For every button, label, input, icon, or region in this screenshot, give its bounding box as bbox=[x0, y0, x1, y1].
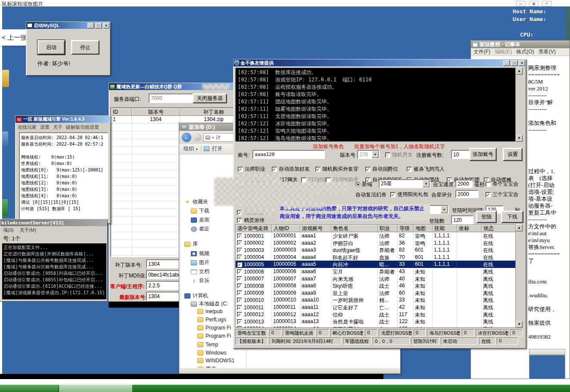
option-checkbox[interactable]: ✓随机购买外套穿 bbox=[315, 165, 358, 173]
roster-column-header[interactable]: 状态 bbox=[482, 225, 516, 232]
table-row[interactable]: ✓100001210000012aaaa12信仰战士117未知离线 bbox=[236, 311, 515, 318]
taskbar-button[interactable] bbox=[0, 385, 58, 392]
table-row[interactable]: ✓100000610000006aaaa6宝月异能者43未知离线 bbox=[236, 268, 515, 275]
roster-column-header[interactable]: 技能 bbox=[433, 225, 457, 232]
sidebar-item-folder[interactable]: Temp bbox=[197, 342, 218, 348]
sidebar-item-folder[interactable]: Program Fi bbox=[197, 325, 231, 331]
engine-menu-settings[interactable]: 设置 bbox=[40, 124, 50, 131]
close-icon[interactable]: ✕ bbox=[103, 23, 109, 28]
patch-col-version[interactable]: 版本号 bbox=[132, 108, 180, 116]
sidebar-item-folder[interactable]: 下载 bbox=[191, 207, 209, 215]
row-checkbox[interactable]: ✓ bbox=[237, 276, 242, 281]
maximize-icon[interactable]: □ bbox=[511, 60, 517, 66]
sidebar-item-folder[interactable]: inetpub bbox=[197, 308, 222, 314]
elf-ranger-checkbox[interactable]: ✓精灵游侠 bbox=[237, 217, 265, 224]
star-score-input[interactable] bbox=[455, 190, 479, 198]
patch-cell-id[interactable]: 1 bbox=[111, 116, 132, 123]
single-pet-checkbox[interactable]: 单个宝宝合 bbox=[486, 180, 518, 188]
previous-image-button[interactable]: < 上一张 bbox=[0, 29, 28, 46]
sidebar-item-folder[interactable]: WINDOWS1 bbox=[197, 358, 234, 364]
row-checkbox[interactable]: ✓ bbox=[237, 319, 242, 324]
maximize-icon[interactable]: □ bbox=[95, 23, 102, 28]
row-checkbox[interactable]: ✓ bbox=[237, 312, 242, 317]
row-checkbox[interactable]: ✓ bbox=[237, 283, 242, 289]
table-row[interactable]: ✓100001010000010aaaa10一岁时就很帅精...33未知离线 bbox=[236, 296, 515, 304]
merge-speed-input[interactable] bbox=[455, 180, 473, 188]
row-checkbox[interactable]: ✓ bbox=[237, 262, 242, 267]
table-row[interactable]: ✓100001110000011aaaa11让它走好了亡...42未知离线 bbox=[236, 304, 515, 311]
row-checkbox[interactable]: ✓ bbox=[237, 248, 242, 253]
patch-col-id[interactable]: ID bbox=[111, 108, 132, 116]
table-row[interactable]: ✓100001310000013aaaa13当然是卡爆啦战士122未知离线 bbox=[236, 318, 515, 325]
viewer-minimize-button[interactable]: ▭ bbox=[516, 1, 526, 6]
roster-column-header[interactable]: 等级 bbox=[398, 225, 414, 232]
option-checkbox[interactable]: ✓被杀飞鸽骂人 bbox=[407, 165, 445, 173]
engine-menu-crack[interactable]: 破解版功能设置 bbox=[66, 124, 99, 131]
random-gender-checkbox[interactable]: ✓随机男女 bbox=[385, 151, 413, 159]
sidebar-item-document[interactable]: 文档 bbox=[191, 268, 209, 275]
account-input[interactable] bbox=[252, 150, 325, 159]
table-row[interactable]: ✓100000210000002aaaa2伊丽莎白法师36雷鸣1,1,1,1在线 bbox=[236, 240, 515, 247]
log-scrollbar[interactable]: ▲ ▼ bbox=[516, 68, 523, 142]
sidebar-item-folder[interactable]: Program Fi bbox=[197, 333, 231, 339]
sidebar-item-disk[interactable]: 本地磁盘 (C: bbox=[191, 300, 228, 308]
offline-button[interactable]: 下线 bbox=[501, 211, 523, 223]
taskbar-button[interactable] bbox=[59, 385, 132, 392]
table-row[interactable]: ✓100000910000009aaaa9皇上皇法师60未知离线 bbox=[236, 289, 515, 297]
desktop-icon[interactable] bbox=[2, 199, 8, 216]
settings-button[interactable]: 设置 bbox=[503, 148, 523, 161]
table-row[interactable]: ✓100000710000007aaaa7向来无感法师40未知离线 bbox=[236, 275, 515, 283]
viewer-maximize-button[interactable]: ▣ bbox=[529, 1, 539, 6]
notepad-menu-edit[interactable]: 编辑(E) bbox=[495, 48, 512, 56]
row-checkbox[interactable]: ✓ bbox=[237, 240, 242, 246]
table-row[interactable]: ✓100000110000001aaaa1少女碎尸案法师82雷鸣1,1,1,1在… bbox=[236, 232, 515, 240]
row-checkbox[interactable]: ✓ bbox=[237, 290, 242, 296]
version-select[interactable]: 278▼ bbox=[357, 150, 380, 159]
mysql-stop-button[interactable]: 停止 bbox=[71, 40, 100, 55]
sidebar-item-library[interactable]: 库 bbox=[184, 240, 198, 248]
roster-column-header[interactable]: 坐标 bbox=[457, 225, 482, 232]
table-row[interactable]: ✓100000310000003aaaa3duo情gae怪异能者826011,1… bbox=[236, 246, 515, 254]
sun-gift-checkbox[interactable]: ✓使用阳光礼包 bbox=[390, 191, 428, 198]
scroll-up-icon[interactable]: ▲ bbox=[516, 68, 523, 75]
roster-column-header[interactable]: 人物ID bbox=[272, 225, 300, 232]
sidebar-item-desktop[interactable]: 桌面 bbox=[191, 216, 209, 224]
login-button[interactable]: 登陆 bbox=[476, 211, 497, 223]
open-button[interactable]: 打开 bbox=[212, 145, 222, 152]
notepad-menu-format[interactable]: 格式(O) bbox=[516, 48, 534, 56]
table-row[interactable]: ✓100000410000004aaaa4BI名起不好血族706011,1,1,… bbox=[236, 254, 515, 261]
notepad-menu-view[interactable]: 查看(V) bbox=[539, 48, 556, 56]
sidebar-item-star[interactable]: ★收藏夹 bbox=[184, 198, 208, 205]
row-checkbox[interactable]: ✓ bbox=[237, 233, 242, 239]
roster-column-header[interactable]: 选中雷鸣走路 bbox=[236, 225, 272, 232]
star-select[interactable]: 25星▼ bbox=[379, 179, 430, 188]
row-checkbox[interactable]: ✓ bbox=[237, 298, 242, 303]
sidebar-item-folder[interactable]: PerfLogs bbox=[197, 317, 226, 323]
minimize-icon[interactable]: _ bbox=[503, 60, 510, 66]
viewer-close-button[interactable]: ✕ bbox=[542, 1, 551, 6]
row-checkbox[interactable]: ✓ bbox=[237, 305, 242, 310]
row-checkbox[interactable]: ✓ bbox=[237, 255, 242, 260]
patch-cell-version[interactable]: 1304 bbox=[132, 116, 180, 123]
server-port-input[interactable] bbox=[149, 93, 199, 103]
mysql-start-button[interactable]: 启动 bbox=[37, 40, 65, 55]
account-server-menu-about[interactable]: 关于(M) bbox=[19, 227, 36, 233]
back-icon[interactable]: ← bbox=[182, 133, 191, 142]
scroll-down-icon[interactable]: ▼ bbox=[516, 321, 523, 328]
notepad-menu-file[interactable]: 文件(F) bbox=[473, 48, 490, 56]
table-row[interactable]: ✓100000510000005aaaa5向前冲暗...336011,1,1,1… bbox=[236, 261, 515, 268]
login-count-input[interactable] bbox=[451, 215, 473, 224]
roster-table[interactable]: 选中雷鸣走路人物ID游戏账号角色名职业等级地图技能坐标状态 ✓100000110… bbox=[235, 224, 516, 328]
close-server-button[interactable]: 关闭服务器 bbox=[193, 93, 227, 103]
scroll-down-icon[interactable]: ▼ bbox=[516, 135, 523, 142]
row-checkbox[interactable]: ✓ bbox=[237, 269, 242, 274]
organize-button[interactable]: 组织 ▼ bbox=[184, 145, 198, 152]
table-row[interactable]: ✓100001410000014aaaa14早西利芬刘亡...103未知离线 bbox=[236, 325, 515, 328]
sidebar-item-music[interactable]: ♪音乐 bbox=[191, 277, 209, 284]
new-client-radio[interactable]: 新端 bbox=[355, 180, 372, 188]
desktop-icon[interactable] bbox=[2, 70, 9, 87]
roster-column-header[interactable]: 地图 bbox=[414, 225, 433, 232]
sidebar-item-recent[interactable]: 最近 bbox=[191, 225, 209, 233]
engine-menu-about[interactable]: 关于 bbox=[53, 124, 62, 131]
roster-column-header[interactable]: 角色名 bbox=[331, 225, 378, 232]
